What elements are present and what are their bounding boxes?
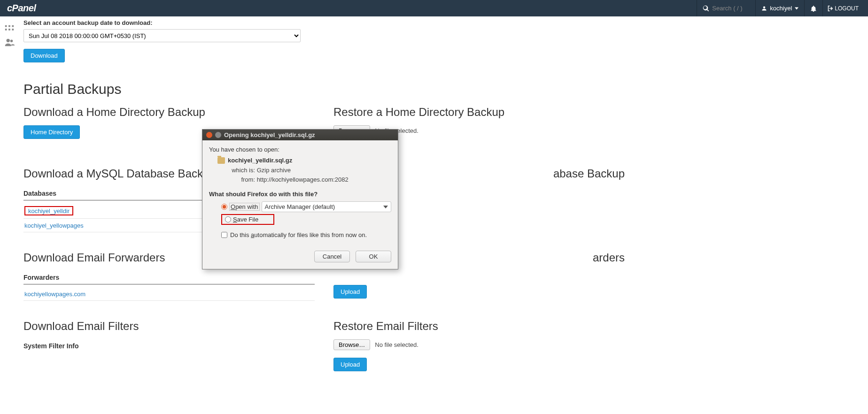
forwarder-link[interactable]: kochiyellowpages.com	[24, 291, 85, 298]
main-content: Select an account backup date to downloa…	[19, 16, 868, 390]
save-file-radio[interactable]	[225, 216, 231, 222]
user-menu[interactable]: kochiyel	[755, 0, 804, 16]
minimize-icon[interactable]	[215, 132, 221, 138]
download-home-title: Download a Home Directory Backup	[23, 106, 315, 119]
save-file-label: Save File	[233, 216, 258, 223]
ok-button[interactable]: OK	[356, 251, 391, 262]
search-input[interactable]	[712, 5, 750, 12]
db-link-yelldir[interactable]: kochiyel_yelldir	[28, 207, 70, 215]
app-select[interactable]: Archive Manager (default)	[262, 201, 391, 212]
db-link-yellowpages[interactable]: kochiyel_yellowpages	[24, 222, 84, 229]
logo[interactable]: cPanel	[5, 3, 36, 14]
list-item: kochiyellowpages.com	[23, 287, 315, 301]
svg-rect-3	[5, 29, 7, 31]
grid-icon	[4, 24, 15, 34]
home-directory-button[interactable]: Home Directory	[23, 125, 80, 139]
top-header: cPanel kochiyel LOGOUT	[0, 0, 868, 16]
search-wrap[interactable]	[697, 0, 755, 16]
logout-icon	[828, 6, 833, 11]
download-dialog: Opening kochiyel_yelldir.sql.gz You have…	[202, 129, 398, 269]
sidebar-apps-button[interactable]	[3, 24, 16, 34]
download-account-button[interactable]: Download	[23, 49, 65, 62]
auto-label: Do this automatically for files like thi…	[230, 231, 367, 238]
logout-label: LOGOUT	[835, 5, 859, 12]
svg-rect-4	[8, 29, 10, 31]
svg-point-7	[10, 40, 13, 43]
download-filters-title: Download Email Filters	[23, 320, 315, 333]
filters-no-file: No file selected.	[375, 341, 418, 348]
which-is-label: which is:	[230, 166, 255, 175]
svg-rect-0	[5, 25, 7, 27]
svg-rect-5	[12, 29, 14, 31]
open-with-radio[interactable]	[221, 204, 227, 210]
dialog-title: Opening kochiyel_yelldir.sql.gz	[224, 131, 315, 138]
logout-button[interactable]: LOGOUT	[822, 0, 863, 16]
search-icon	[703, 5, 709, 12]
user-icon	[761, 6, 767, 11]
sidebar-users-button[interactable]	[3, 37, 16, 47]
dialog-intro: You have chosen to open:	[209, 146, 391, 153]
open-with-label: Open with	[229, 203, 260, 211]
chevron-down-icon	[383, 206, 388, 208]
restore-home-title: Restore a Home Directory Backup	[333, 106, 625, 119]
from-label: from:	[230, 175, 255, 184]
close-icon[interactable]	[206, 132, 212, 138]
restore-filters-title: Restore Email Filters	[333, 320, 625, 333]
username: kochiyel	[770, 5, 792, 12]
dialog-question: What should Firefox do with this file?	[209, 191, 391, 198]
app-select-value: Archive Manager (default)	[265, 203, 335, 210]
users-icon	[4, 37, 15, 47]
svg-rect-2	[12, 25, 14, 27]
dialog-filename: kochiyel_yelldir.sql.gz	[228, 157, 292, 164]
from-value: http://kochiyellowpages.com:2082	[257, 176, 349, 183]
svg-point-6	[7, 39, 10, 42]
backup-date-label: Select an account backup date to downloa…	[23, 19, 863, 26]
sidebar	[0, 16, 19, 50]
filter-info-label: System Filter Info	[23, 339, 315, 353]
backup-date-select[interactable]: Sun Jul 08 2018 00:00:00 GMT+0530 (IST)	[23, 29, 301, 42]
notifications-button[interactable]	[804, 0, 822, 16]
caret-down-icon	[795, 7, 798, 10]
which-is-value: Gzip archive	[257, 167, 291, 174]
svg-rect-1	[8, 25, 10, 27]
forwarders-label: Forwarders	[23, 271, 315, 284]
partial-backups-title: Partial Backups	[23, 81, 863, 97]
auto-checkbox[interactable]	[221, 232, 227, 238]
upload-filters-button[interactable]: Upload	[333, 358, 367, 371]
upload-forwarders-button[interactable]: Upload	[333, 285, 367, 299]
cancel-button[interactable]: Cancel	[314, 251, 350, 262]
dialog-titlebar[interactable]: Opening kochiyel_yelldir.sql.gz	[202, 130, 398, 140]
bell-icon	[810, 5, 817, 12]
header-right: kochiyel LOGOUT	[697, 0, 863, 16]
archive-icon	[217, 157, 225, 164]
filters-browse-button[interactable]: Browse…	[333, 339, 370, 350]
